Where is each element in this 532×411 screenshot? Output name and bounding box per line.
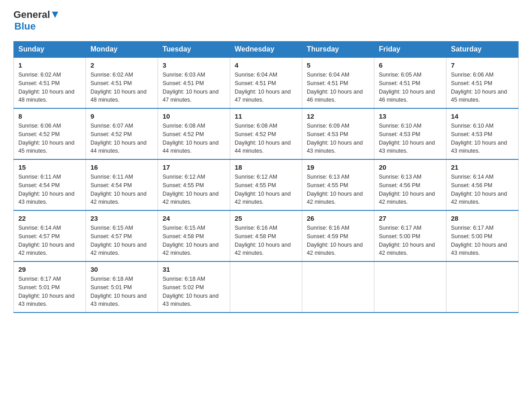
calendar-cell: 26 Sunrise: 6:16 AM Sunset: 4:59 PM Dayl… — [302, 210, 374, 261]
day-header-wednesday: Wednesday — [230, 42, 302, 58]
day-info: Sunrise: 6:13 AM Sunset: 4:56 PM Dayligh… — [379, 173, 442, 206]
calendar-cell — [374, 261, 446, 313]
day-info: Sunrise: 6:17 AM Sunset: 5:01 PM Dayligh… — [18, 275, 81, 308]
day-number: 29 — [18, 265, 81, 273]
calendar-week-2: 8 Sunrise: 6:06 AM Sunset: 4:52 PM Dayli… — [14, 108, 519, 159]
day-number: 5 — [307, 61, 369, 69]
calendar-week-5: 29 Sunrise: 6:17 AM Sunset: 5:01 PM Dayl… — [14, 261, 519, 313]
day-number: 30 — [90, 265, 153, 273]
calendar-cell: 7 Sunrise: 6:06 AM Sunset: 4:51 PM Dayli… — [446, 57, 519, 108]
day-info: Sunrise: 6:07 AM Sunset: 4:52 PM Dayligh… — [90, 122, 153, 155]
day-info: Sunrise: 6:11 AM Sunset: 4:54 PM Dayligh… — [90, 173, 153, 206]
calendar-cell: 13 Sunrise: 6:10 AM Sunset: 4:53 PM Dayl… — [374, 108, 446, 159]
calendar-body: 1 Sunrise: 6:02 AM Sunset: 4:51 PM Dayli… — [14, 57, 519, 313]
day-info: Sunrise: 6:04 AM Sunset: 4:51 PM Dayligh… — [307, 71, 369, 104]
day-header-sunday: Sunday — [14, 42, 86, 58]
day-number: 17 — [163, 163, 225, 171]
day-number: 9 — [90, 112, 153, 120]
day-number: 4 — [235, 61, 297, 69]
logo-blue-text: Blue — [14, 21, 60, 32]
calendar-cell: 30 Sunrise: 6:18 AM Sunset: 5:01 PM Dayl… — [86, 261, 158, 313]
logo: General Blue — [13, 9, 60, 32]
day-info: Sunrise: 6:09 AM Sunset: 4:53 PM Dayligh… — [307, 122, 369, 155]
day-info: Sunrise: 6:17 AM Sunset: 5:00 PM Dayligh… — [379, 224, 442, 257]
day-number: 25 — [235, 214, 297, 222]
day-info: Sunrise: 6:18 AM Sunset: 5:02 PM Dayligh… — [163, 275, 225, 308]
day-number: 8 — [18, 112, 81, 120]
day-number: 26 — [307, 214, 369, 222]
calendar-cell: 19 Sunrise: 6:13 AM Sunset: 4:55 PM Dayl… — [302, 159, 374, 210]
calendar-cell: 5 Sunrise: 6:04 AM Sunset: 4:51 PM Dayli… — [302, 57, 374, 108]
day-header-thursday: Thursday — [302, 42, 374, 58]
calendar-cell: 11 Sunrise: 6:08 AM Sunset: 4:52 PM Dayl… — [230, 108, 302, 159]
page-header: General Blue — [13, 9, 519, 32]
day-number: 27 — [379, 214, 442, 222]
day-header-monday: Monday — [86, 42, 158, 58]
day-info: Sunrise: 6:14 AM Sunset: 4:56 PM Dayligh… — [451, 173, 514, 206]
calendar-cell: 31 Sunrise: 6:18 AM Sunset: 5:02 PM Dayl… — [158, 261, 230, 313]
day-info: Sunrise: 6:18 AM Sunset: 5:01 PM Dayligh… — [90, 275, 153, 308]
calendar-cell — [230, 261, 302, 313]
day-number: 24 — [163, 214, 225, 222]
calendar-cell: 6 Sunrise: 6:05 AM Sunset: 4:51 PM Dayli… — [374, 57, 446, 108]
calendar-cell: 24 Sunrise: 6:15 AM Sunset: 4:58 PM Dayl… — [158, 210, 230, 261]
calendar-cell: 14 Sunrise: 6:10 AM Sunset: 4:53 PM Dayl… — [446, 108, 519, 159]
calendar-cell: 2 Sunrise: 6:02 AM Sunset: 4:51 PM Dayli… — [86, 57, 158, 108]
day-number: 16 — [90, 163, 153, 171]
day-number: 13 — [379, 112, 442, 120]
calendar-cell: 22 Sunrise: 6:14 AM Sunset: 4:57 PM Dayl… — [14, 210, 86, 261]
logo-triangle-icon — [50, 10, 60, 20]
day-number: 18 — [235, 163, 297, 171]
svg-marker-0 — [52, 12, 58, 18]
day-number: 2 — [90, 61, 153, 69]
day-number: 23 — [90, 214, 153, 222]
calendar-cell: 10 Sunrise: 6:08 AM Sunset: 4:52 PM Dayl… — [158, 108, 230, 159]
calendar-cell: 18 Sunrise: 6:12 AM Sunset: 4:55 PM Dayl… — [230, 159, 302, 210]
day-number: 12 — [307, 112, 369, 120]
calendar-cell: 17 Sunrise: 6:12 AM Sunset: 4:55 PM Dayl… — [158, 159, 230, 210]
day-number: 7 — [451, 61, 514, 69]
calendar-cell — [302, 261, 374, 313]
day-info: Sunrise: 6:16 AM Sunset: 4:59 PM Dayligh… — [307, 224, 369, 257]
calendar-cell — [446, 261, 519, 313]
day-info: Sunrise: 6:14 AM Sunset: 4:57 PM Dayligh… — [18, 224, 81, 257]
day-number: 21 — [451, 163, 514, 171]
day-header-saturday: Saturday — [446, 42, 519, 58]
day-info: Sunrise: 6:10 AM Sunset: 4:53 PM Dayligh… — [379, 122, 442, 155]
calendar-cell: 29 Sunrise: 6:17 AM Sunset: 5:01 PM Dayl… — [14, 261, 86, 313]
day-number: 31 — [163, 265, 225, 273]
day-info: Sunrise: 6:12 AM Sunset: 4:55 PM Dayligh… — [163, 173, 225, 206]
calendar-cell: 21 Sunrise: 6:14 AM Sunset: 4:56 PM Dayl… — [446, 159, 519, 210]
day-info: Sunrise: 6:12 AM Sunset: 4:55 PM Dayligh… — [235, 173, 297, 206]
day-info: Sunrise: 6:11 AM Sunset: 4:54 PM Dayligh… — [18, 173, 81, 206]
day-info: Sunrise: 6:17 AM Sunset: 5:00 PM Dayligh… — [451, 224, 514, 257]
day-info: Sunrise: 6:15 AM Sunset: 4:58 PM Dayligh… — [163, 224, 225, 257]
calendar-cell: 16 Sunrise: 6:11 AM Sunset: 4:54 PM Dayl… — [86, 159, 158, 210]
day-number: 22 — [18, 214, 81, 222]
day-number: 28 — [451, 214, 514, 222]
calendar-week-4: 22 Sunrise: 6:14 AM Sunset: 4:57 PM Dayl… — [14, 210, 519, 261]
day-number: 19 — [307, 163, 369, 171]
calendar-table: SundayMondayTuesdayWednesdayThursdayFrid… — [13, 41, 519, 313]
day-info: Sunrise: 6:05 AM Sunset: 4:51 PM Dayligh… — [379, 71, 442, 104]
day-info: Sunrise: 6:16 AM Sunset: 4:58 PM Dayligh… — [235, 224, 297, 257]
calendar-week-3: 15 Sunrise: 6:11 AM Sunset: 4:54 PM Dayl… — [14, 159, 519, 210]
day-number: 11 — [235, 112, 297, 120]
calendar-cell: 3 Sunrise: 6:03 AM Sunset: 4:51 PM Dayli… — [158, 57, 230, 108]
day-number: 1 — [18, 61, 81, 69]
day-info: Sunrise: 6:13 AM Sunset: 4:55 PM Dayligh… — [307, 173, 369, 206]
day-info: Sunrise: 6:06 AM Sunset: 4:51 PM Dayligh… — [451, 71, 514, 104]
calendar-cell: 25 Sunrise: 6:16 AM Sunset: 4:58 PM Dayl… — [230, 210, 302, 261]
day-info: Sunrise: 6:06 AM Sunset: 4:52 PM Dayligh… — [18, 122, 81, 155]
calendar-cell: 8 Sunrise: 6:06 AM Sunset: 4:52 PM Dayli… — [14, 108, 86, 159]
calendar-week-1: 1 Sunrise: 6:02 AM Sunset: 4:51 PM Dayli… — [14, 57, 519, 108]
calendar-cell: 9 Sunrise: 6:07 AM Sunset: 4:52 PM Dayli… — [86, 108, 158, 159]
calendar-cell: 27 Sunrise: 6:17 AM Sunset: 5:00 PM Dayl… — [374, 210, 446, 261]
day-info: Sunrise: 6:02 AM Sunset: 4:51 PM Dayligh… — [90, 71, 153, 104]
day-info: Sunrise: 6:03 AM Sunset: 4:51 PM Dayligh… — [163, 71, 225, 104]
day-number: 15 — [18, 163, 81, 171]
calendar-cell: 23 Sunrise: 6:15 AM Sunset: 4:57 PM Dayl… — [86, 210, 158, 261]
calendar-cell: 15 Sunrise: 6:11 AM Sunset: 4:54 PM Dayl… — [14, 159, 86, 210]
day-number: 10 — [163, 112, 225, 120]
day-info: Sunrise: 6:10 AM Sunset: 4:53 PM Dayligh… — [451, 122, 514, 155]
